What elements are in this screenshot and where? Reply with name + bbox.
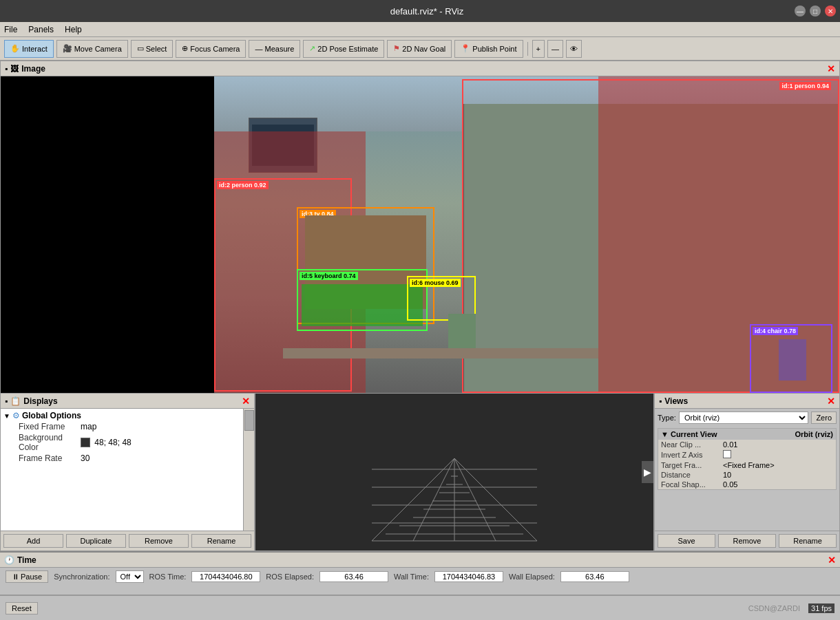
interact-button[interactable]: ✋ Interact xyxy=(4,40,54,58)
publish-point-button[interactable]: 📍 Publish Point xyxy=(454,40,523,58)
panel-icon: 🖼 xyxy=(10,64,19,74)
views-scroll-area[interactable] xyxy=(655,491,839,531)
target-frame-row: Target Fra... <Fixed Frame> xyxy=(658,460,836,470)
watermark: CSDN@ZARDI xyxy=(748,604,800,612)
displays-panel-close[interactable]: ✕ xyxy=(242,396,250,407)
views-remove-button[interactable]: Remove xyxy=(718,534,776,548)
detection-label-keyboard: id:5 keyboard 0.74 xyxy=(300,272,358,280)
main-scene: id:1 person 0.94 id:2 person 0.92 id:3 t… xyxy=(214,76,839,393)
invert-z-row: Invert Z Axis xyxy=(658,449,836,460)
detection-label-person2: id:2 person 0.92 xyxy=(217,181,269,189)
time-panel-header: 🕐 Time ✕ xyxy=(0,553,840,568)
near-clip-value: 0.01 xyxy=(723,440,833,449)
wall-elapsed-label: Wall Elapsed: xyxy=(509,573,555,581)
distance-value: 10 xyxy=(723,471,833,479)
measure-icon: — xyxy=(255,45,262,53)
svg-line-1 xyxy=(413,458,454,541)
select-icon: ▭ xyxy=(137,44,144,53)
views-rename-button[interactable]: Rename xyxy=(779,534,837,548)
image-panel-close[interactable]: ✕ xyxy=(827,63,835,74)
pose-estimate-button[interactable]: ↗ 2D Pose Estimate xyxy=(303,40,384,58)
fixed-frame-row: Fixed Frame map xyxy=(2,421,242,432)
3d-grid xyxy=(344,417,565,551)
add-toolbar-button[interactable]: + xyxy=(532,40,545,58)
bottom-section: ▪ 📋 Displays ✕ ▼ ⚙ Global Options F xyxy=(0,394,840,551)
reset-button[interactable]: Reset xyxy=(6,602,38,614)
displays-panel-buttons: Add Duplicate Remove Rename xyxy=(1,531,254,550)
frame-rate-value: 30 xyxy=(81,453,239,463)
global-options-item[interactable]: ▼ ⚙ Global Options xyxy=(2,410,242,421)
menu-bar: File Panels Help xyxy=(0,22,840,37)
invert-z-label: Invert Z Axis xyxy=(661,451,723,459)
scrollbar-thumb[interactable] xyxy=(244,410,254,431)
remove-display-button[interactable]: Remove xyxy=(129,534,189,548)
time-header-left: 🕐 Time xyxy=(4,555,36,565)
detection-box-chair: id:4 chair 0.78 xyxy=(750,324,832,393)
distance-label: Distance xyxy=(661,471,723,479)
svg-line-4 xyxy=(454,458,537,541)
views-panel-close[interactable]: ✕ xyxy=(827,396,835,407)
menu-help[interactable]: Help xyxy=(65,25,82,34)
global-options-label: Global Options xyxy=(22,411,81,420)
time-panel: 🕐 Time ✕ ⏸ Pause Synchronization: Off RO… xyxy=(0,551,840,595)
3d-view[interactable]: ▶ xyxy=(255,394,654,551)
target-frame-label: Target Fra... xyxy=(661,461,723,469)
views-save-button[interactable]: Save xyxy=(658,534,715,548)
current-view-label: ▼ Current View xyxy=(661,430,717,438)
nav-icon: ⚑ xyxy=(393,44,400,53)
image-panel: ▪ 🖼 Image ✕ xyxy=(0,61,840,394)
color-swatch xyxy=(81,438,90,447)
publish-icon: 📍 xyxy=(461,44,470,53)
wall-time-label: Wall Time: xyxy=(394,573,429,581)
fixed-frame-label: Fixed Frame xyxy=(5,422,81,431)
bg-color-row: Background Color 48; 48; 48 xyxy=(2,432,242,453)
rename-display-button[interactable]: Rename xyxy=(191,534,251,548)
near-clip-row: Near Clip ... 0.01 xyxy=(658,440,836,449)
pause-button[interactable]: ⏸ Pause xyxy=(6,570,48,583)
time-content: ⏸ Pause Synchronization: Off ROS Time: 1… xyxy=(0,568,840,586)
move-camera-button[interactable]: 🎥 Move Camera xyxy=(56,40,128,58)
views-type-select[interactable]: Orbit (rviz) xyxy=(679,411,808,424)
time-panel-close[interactable]: ✕ xyxy=(828,555,836,566)
views-icon: ▪ xyxy=(659,396,662,406)
svg-line-0 xyxy=(372,458,454,541)
displays-content: ▼ ⚙ Global Options Fixed Frame map Backg… xyxy=(1,409,254,531)
view-toolbar-button[interactable]: 👁 xyxy=(566,40,582,58)
displays-panel: ▪ 📋 Displays ✕ ▼ ⚙ Global Options F xyxy=(0,394,255,551)
image-content: id:1 person 0.94 id:2 person 0.92 id:3 t… xyxy=(1,76,839,393)
menu-panels[interactable]: Panels xyxy=(28,25,54,34)
maximize-button[interactable]: □ xyxy=(810,6,821,17)
views-zero-button[interactable]: Zero xyxy=(811,411,837,424)
panel-collapse-icon: ▪ xyxy=(5,64,8,74)
sync-label: Synchronization: xyxy=(54,573,109,581)
displays-scrollbar[interactable] xyxy=(243,409,254,531)
focal-shape-row: Focal Shap... 0.05 xyxy=(658,480,836,489)
detection-label-person1: id:1 person 0.94 xyxy=(779,82,831,90)
invert-z-checkbox[interactable] xyxy=(723,450,833,460)
close-button[interactable]: ✕ xyxy=(825,6,836,17)
fps-display: 31 fps xyxy=(808,603,834,613)
pause-icon: ⏸ xyxy=(12,573,19,581)
frame-rate-label: Frame Rate xyxy=(5,453,81,463)
menu-file[interactable]: File xyxy=(4,25,17,34)
chair-visual xyxy=(779,339,806,381)
distance-row: Distance 10 xyxy=(658,470,836,480)
nav-goal-button[interactable]: ⚑ 2D Nav Goal xyxy=(387,40,452,58)
select-button[interactable]: ▭ Select xyxy=(131,40,174,58)
near-clip-label: Near Clip ... xyxy=(661,440,723,449)
duplicate-display-button[interactable]: Duplicate xyxy=(66,534,126,548)
displays-tree[interactable]: ▼ ⚙ Global Options Fixed Frame map Backg… xyxy=(1,409,243,531)
current-view-section: ▼ Current View Orbit (rviz) Near Clip ..… xyxy=(658,428,837,490)
measure-button[interactable]: — Measure xyxy=(249,40,300,58)
bg-color-label: Background Color xyxy=(5,433,81,452)
settings-icon: ⚙ xyxy=(12,411,20,420)
sync-select[interactable]: Off xyxy=(116,570,144,583)
expand-view-arrow[interactable]: ▶ xyxy=(642,461,653,483)
focus-camera-button[interactable]: ⊕ Focus Camera xyxy=(176,40,246,58)
remove-toolbar-button[interactable]: — xyxy=(547,40,563,58)
window-title: default.rviz* - RViz xyxy=(59,6,795,17)
wall-time-value: 1704434046.83 xyxy=(434,571,503,582)
ros-time-label: ROS Time: xyxy=(149,573,187,581)
add-display-button[interactable]: Add xyxy=(3,534,63,548)
minimize-button[interactable]: — xyxy=(795,6,806,17)
